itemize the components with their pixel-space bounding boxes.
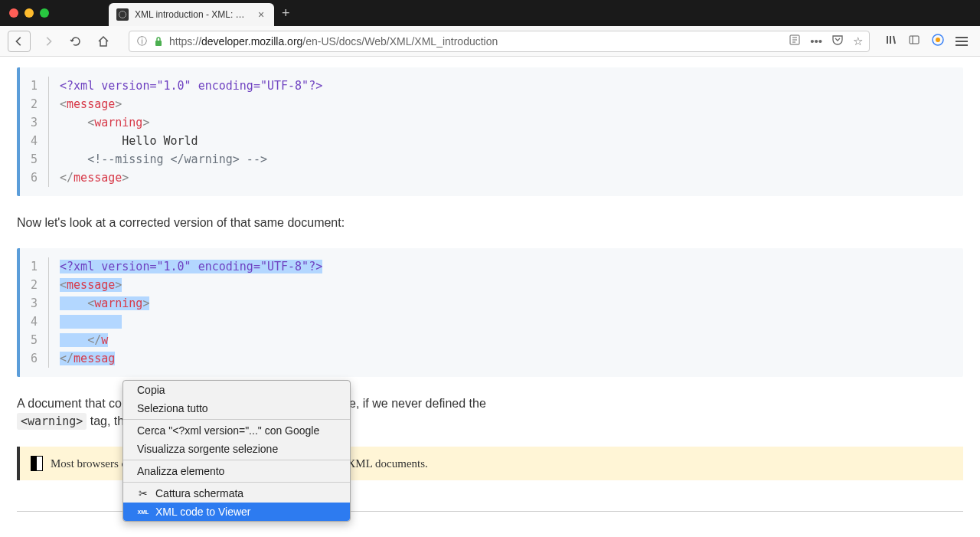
code-block-1: 123456 <?xml version="1.0" encoding="UTF… <box>17 67 963 196</box>
close-window-button[interactable] <box>9 8 18 18</box>
code-content-1[interactable]: <?xml version="1.0" encoding="UTF-8"?> <… <box>60 77 952 187</box>
code-content-2[interactable]: <?xml version="1.0" encoding="UTF-8"?> <… <box>60 257 952 368</box>
line-numbers: 123456 <box>31 257 49 368</box>
ctx-view-source[interactable]: Visualizza sorgente selezione <box>123 440 350 458</box>
new-tab-button[interactable]: + <box>282 5 290 21</box>
tab-favicon-icon <box>116 8 129 21</box>
svg-point-11 <box>936 38 940 42</box>
browser-toolbar: ⓘ https://developer.mozilla.org/en-US/do… <box>0 26 980 57</box>
svg-line-7 <box>893 36 895 44</box>
ctx-separator <box>123 419 350 420</box>
note-flag-icon <box>31 456 43 471</box>
svg-rect-8 <box>910 36 919 44</box>
xml-extension-icon: XML <box>137 506 149 518</box>
window-controls <box>9 8 49 18</box>
ctx-separator <box>123 482 350 483</box>
paragraph-1: Now let's look at a corrected version of… <box>17 214 963 231</box>
pocket-icon[interactable] <box>831 34 844 48</box>
tab-title: XML introduction - XML: Extens <box>135 9 250 20</box>
maximize-window-button[interactable] <box>40 8 49 18</box>
forward-button[interactable] <box>38 31 58 51</box>
ctx-copy[interactable]: Copia <box>123 381 350 399</box>
code-block-2: 123456 <?xml version="1.0" encoding="UTF… <box>17 248 963 377</box>
library-icon[interactable] <box>885 34 897 49</box>
reader-mode-icon[interactable] <box>789 34 801 48</box>
ctx-search-google[interactable]: Cerca "<?xml version="..." con Google <box>123 421 350 440</box>
ctx-separator <box>123 460 350 460</box>
bookmark-icon[interactable]: ☆ <box>853 34 863 48</box>
lock-icon <box>152 35 165 47</box>
reload-button[interactable] <box>66 31 86 51</box>
scissors-icon <box>137 487 149 499</box>
window-titlebar: XML introduction - XML: Extens × + <box>0 0 980 26</box>
context-menu: Copia Seleziona tutto Cerca "<?xml versi… <box>122 380 351 522</box>
ctx-xml-viewer[interactable]: XMLXML code to Viewer <box>123 503 350 521</box>
minimize-window-button[interactable] <box>24 8 34 18</box>
page-actions-icon[interactable]: ••• <box>810 34 822 47</box>
ctx-screenshot[interactable]: Cattura schermata <box>123 484 350 503</box>
back-button[interactable] <box>8 31 31 52</box>
line-numbers: 123456 <box>31 77 49 187</box>
extension-badge-icon[interactable] <box>931 33 945 50</box>
home-button[interactable] <box>93 31 113 51</box>
browser-tab[interactable]: XML introduction - XML: Extens × <box>109 3 274 26</box>
ctx-inspect[interactable]: Analizza elemento <box>123 462 350 480</box>
address-bar[interactable]: ⓘ https://developer.mozilla.org/en-US/do… <box>129 31 870 52</box>
sidebar-icon[interactable] <box>908 34 920 49</box>
url-text: https://developer.mozilla.org/en-US/docs… <box>169 35 784 47</box>
menu-button[interactable] <box>956 37 968 46</box>
tab-close-button[interactable]: × <box>256 9 266 20</box>
page-content: 123456 <?xml version="1.0" encoding="UTF… <box>0 57 980 537</box>
ctx-select-all[interactable]: Seleziona tutto <box>123 399 350 417</box>
svg-rect-0 <box>155 41 162 46</box>
site-info-icon[interactable]: ⓘ <box>136 35 148 47</box>
inline-code-warning: <warning> <box>17 413 87 430</box>
